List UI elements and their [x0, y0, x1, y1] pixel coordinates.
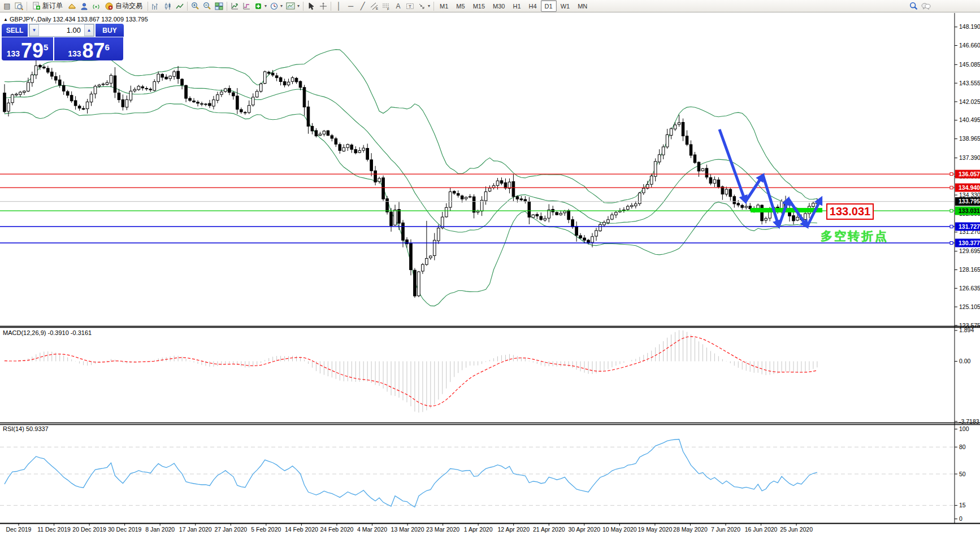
date-tick: 10 May 2020 [602, 526, 637, 533]
macd-name: MACD(12,26,9) [3, 329, 46, 336]
add-indicator-button[interactable]: ▾ [253, 1, 268, 11]
macd-tick: 1.894 [959, 327, 974, 333]
terminal-icon[interactable]: ▤ [1, 1, 13, 11]
price-tick: 134.330 [959, 192, 980, 198]
hline-tool[interactable]: ─ [345, 1, 357, 11]
buy-button[interactable]: BUY [96, 24, 124, 37]
turning-point-annotation[interactable]: 多空转折点 [821, 228, 888, 244]
price-tick: 128.165 [959, 266, 980, 273]
timeframe-w1[interactable]: W1 [557, 0, 574, 12]
new-order-button[interactable]: 新订单 [29, 1, 66, 11]
svg-text:136.057: 136.057 [959, 171, 980, 177]
price-tick: 126.635 [959, 285, 980, 292]
axis-badge-134.940: 134.940 [955, 184, 980, 192]
rsi-line [5, 440, 817, 507]
crosshair-tool[interactable] [317, 1, 329, 11]
svg-text:F: F [387, 7, 389, 10]
timeframe-h1[interactable]: H1 [509, 0, 524, 12]
level-marker [950, 242, 953, 245]
indicators-icon[interactable] [229, 1, 241, 11]
chart-symbol-period: GBPJPY-,Daily [10, 16, 51, 23]
separator [331, 2, 331, 11]
search-icon[interactable] [908, 1, 920, 11]
rsi-tick: 100 [959, 425, 969, 432]
price-callout-label[interactable]: 133.031 [826, 203, 874, 220]
rsi-pane: 1008050150 [0, 425, 969, 522]
date-tick: 28 May 2020 [673, 526, 708, 533]
volume-increase-button[interactable]: ▲ [84, 24, 94, 36]
trendline-tool[interactable]: ╱ [357, 1, 368, 11]
rsi-tick: 50 [959, 471, 966, 477]
community-icon[interactable] [78, 1, 90, 11]
candlestick-mode-icon[interactable] [162, 1, 174, 11]
buy-price-pip: 6 [105, 43, 110, 51]
periods-button[interactable]: ▾ [268, 1, 284, 11]
mt4-window: ▤ 新订单 自动交易 ▾ ▾ ▾ │ ─ [0, 0, 980, 535]
date-tick: 13 Mar 2020 [391, 526, 424, 533]
date-tick: 30 Apr 2020 [568, 526, 600, 533]
market-icon[interactable] [66, 1, 78, 11]
axis-badge-133.795: 133.795 [955, 197, 980, 206]
chat-icon[interactable] [920, 1, 933, 11]
separator [27, 2, 27, 11]
line-chart-mode-icon[interactable] [174, 1, 185, 11]
magnifier-chart-icon [15, 2, 23, 10]
macd-tick: -3.7183 [959, 418, 979, 425]
tile-windows-icon[interactable] [213, 1, 225, 11]
svg-text:T: T [409, 4, 411, 9]
svg-text:133.031: 133.031 [959, 207, 980, 214]
rsi-name: RSI(14) [3, 425, 24, 432]
new-order-icon [32, 2, 41, 10]
timeframe-m5[interactable]: M5 [452, 0, 469, 12]
date-tick: 12 Apr 2020 [497, 526, 530, 533]
cursor-tool[interactable] [305, 1, 317, 11]
templates-button[interactable]: ▾ [284, 1, 301, 11]
timeframe-d1[interactable]: D1 [541, 0, 557, 12]
date-tick: 30 Dec 2019 [108, 526, 142, 533]
zoom-out-icon[interactable] [201, 1, 213, 11]
strategy-tester-icon[interactable] [13, 1, 25, 11]
price-tick: 148.190 [959, 23, 980, 30]
timeframe-h4[interactable]: H4 [525, 0, 541, 12]
date-tick: 21 Apr 2020 [533, 526, 565, 533]
date-tick: 14 Feb 2020 [285, 526, 318, 533]
volume-decrease-button[interactable]: ▼ [29, 24, 39, 36]
signals-icon[interactable] [90, 1, 102, 11]
price-tick: 146.660 [959, 42, 980, 49]
expand-triangle-icon[interactable]: ▲ [3, 17, 8, 22]
svg-text:E: E [376, 7, 378, 10]
sell-price-pip: 5 [44, 43, 48, 51]
chart-surface[interactable]: 148.190146.660145.085143.555142.025140.4… [0, 12, 980, 535]
zoom-in-icon[interactable] [189, 1, 201, 11]
timeframe-mn[interactable]: MN [574, 0, 591, 12]
zigzag-segment [745, 175, 763, 202]
sell-button[interactable]: SELL [2, 24, 28, 37]
timeframe-m1[interactable]: M1 [436, 0, 452, 12]
timeframe-m15[interactable]: M15 [469, 0, 489, 12]
timeframe-m30[interactable]: M30 [489, 0, 509, 12]
arrows-tool[interactable]: ▾ [416, 1, 432, 11]
date-tick: 19 May 2020 [638, 526, 673, 533]
buy-price-display[interactable]: 133 87 6 [54, 37, 123, 60]
level-marker [950, 186, 953, 189]
autotrading-button[interactable]: 自动交易 [102, 1, 146, 11]
fibonacci-tool[interactable]: F [380, 1, 392, 11]
level-marker [950, 225, 953, 228]
rsi-tick: 15 [959, 502, 966, 508]
text-tool[interactable]: A [392, 1, 404, 11]
svg-text:134.940: 134.940 [959, 184, 980, 191]
text-label-tool[interactable]: T [404, 1, 416, 11]
channel-tool[interactable]: E [368, 1, 380, 11]
vline-tool[interactable]: │ [333, 1, 345, 11]
bar-chart-mode-icon[interactable] [150, 1, 162, 11]
chart-canvas[interactable]: 148.190146.660145.085143.555142.025140.4… [0, 12, 980, 535]
price-tick: 137.390 [959, 154, 980, 161]
price-tick: 129.695 [959, 247, 980, 254]
objects-list-icon[interactable] [241, 1, 253, 11]
candlesticks [3, 59, 818, 298]
volume-value[interactable]: 1.00 [39, 24, 84, 36]
separator [148, 2, 148, 11]
price-tick: 145.085 [959, 61, 980, 68]
sell-price-display[interactable]: 133 79 5 [2, 37, 53, 60]
zigzag-segment [788, 199, 807, 227]
